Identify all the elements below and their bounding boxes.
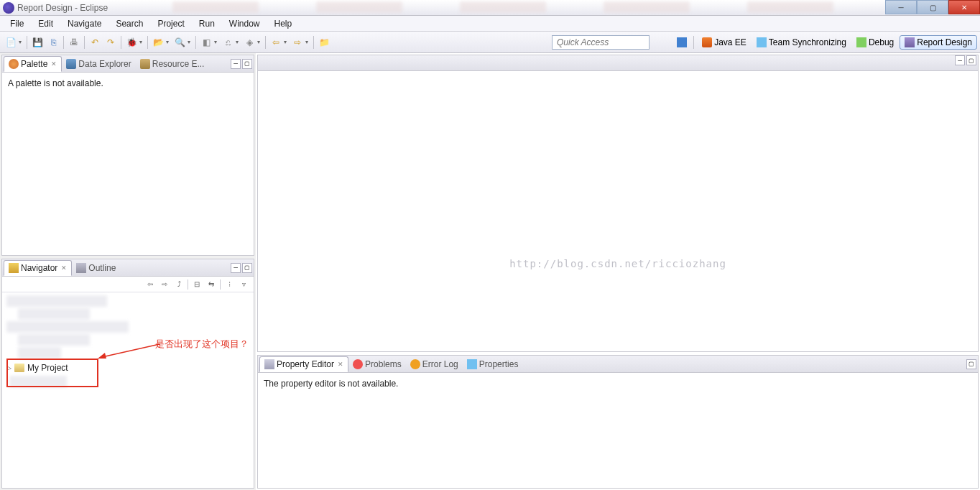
toolbar-separator: [147, 36, 148, 49]
dropdown-arrow-icon[interactable]: ▾: [236, 39, 241, 45]
dropdown-arrow-icon[interactable]: ▾: [257, 39, 263, 45]
menu-edit[interactable]: Edit: [31, 17, 60, 30]
maximize-view-button[interactable]: ▢: [966, 359, 976, 369]
editor-area: ─ ▢ http://blog.csdn.net/ricciozhang: [257, 55, 979, 352]
tab-data-explorer[interactable]: Data Explorer: [62, 57, 135, 71]
dropdown-arrow-icon[interactable]: ▾: [19, 39, 24, 45]
nav-back-button[interactable]: ⇦: [144, 279, 156, 290]
debug-button[interactable]: 🐞: [124, 35, 139, 50]
menu-navigate[interactable]: Navigate: [60, 17, 108, 30]
tab-label: Property Editor: [277, 359, 334, 369]
tab-palette[interactable]: Palette ✕: [4, 56, 62, 72]
open-button[interactable]: 📂: [151, 35, 165, 50]
navigator-view: Navigator ✕ Outline ─ ▢ ⇦ ⇨ ⤴ ⊟ ⇆: [1, 259, 254, 489]
window-title: Report Design - Eclipse: [17, 3, 108, 13]
blurred-item: [6, 321, 129, 333]
close-icon[interactable]: ✕: [51, 60, 57, 68]
menu-window[interactable]: Window: [222, 17, 267, 30]
palette-message: A palette is not available.: [8, 78, 103, 88]
folder-button[interactable]: 📁: [317, 35, 331, 50]
data-explorer-icon: [66, 59, 76, 69]
filter-button[interactable]: ⁝: [223, 279, 235, 290]
minimize-view-button[interactable]: ─: [231, 59, 241, 69]
taskbar-blur: [172, 1, 833, 13]
menu-help[interactable]: Help: [267, 17, 300, 30]
tab-outline[interactable]: Outline: [72, 261, 120, 275]
watermark-text: http://blog.csdn.net/ricciozhang: [509, 258, 726, 269]
open-perspective-icon: [677, 37, 687, 47]
perspective-team-sync[interactable]: Team Synchronizing: [752, 36, 851, 49]
tab-properties[interactable]: Properties: [463, 357, 523, 371]
window-minimize-button[interactable]: ─: [885, 0, 917, 14]
print-button[interactable]: 🖶: [67, 35, 81, 50]
redo-button[interactable]: ↷: [103, 35, 118, 50]
dropdown-arrow-icon[interactable]: ▾: [284, 39, 290, 45]
editor-tabbar: ─ ▢: [258, 55, 978, 71]
toolbar-separator: [693, 36, 694, 49]
window-maximize-button[interactable]: ▢: [917, 0, 948, 14]
new-button[interactable]: 📄: [4, 35, 18, 50]
open-perspective-button[interactable]: [675, 35, 689, 50]
maximize-view-button[interactable]: ▢: [242, 59, 252, 69]
link-editor-button[interactable]: ⇆: [205, 279, 217, 290]
dropdown-arrow-icon[interactable]: ▾: [139, 39, 145, 45]
navigator-toolbar: ⇦ ⇨ ⤴ ⊟ ⇆ ⁝ ▿: [2, 277, 254, 292]
undo-button[interactable]: ↶: [88, 35, 102, 50]
property-editor-icon: [264, 359, 274, 369]
save-button[interactable]: 💾: [30, 35, 45, 50]
perspective-label: Java EE: [714, 37, 746, 47]
project-my-project[interactable]: ▷ My Project: [4, 361, 252, 374]
view-menu-button[interactable]: ▿: [238, 279, 249, 290]
toolbar-separator: [84, 36, 85, 49]
nav-up-button[interactable]: ⤴: [173, 279, 185, 290]
perspective-java-ee[interactable]: Java EE: [698, 36, 751, 49]
task-button[interactable]: ◈: [242, 35, 256, 50]
dropdown-arrow-icon[interactable]: ▾: [188, 39, 193, 45]
filter-button[interactable]: ⎌: [221, 35, 235, 50]
property-editor-body: The property editor is not available.: [258, 373, 978, 488]
tab-resource-explorer[interactable]: Resource E...: [136, 57, 209, 71]
close-icon[interactable]: ✕: [338, 361, 343, 368]
minimize-view-button[interactable]: ─: [231, 263, 241, 273]
expand-icon[interactable]: ▷: [6, 364, 11, 371]
search-button[interactable]: 🔍: [172, 35, 187, 50]
team-sync-icon: [757, 37, 767, 47]
maximize-view-button[interactable]: ▢: [242, 263, 252, 273]
toolbar-separator: [195, 36, 196, 49]
palette-body: A palette is not available.: [2, 73, 254, 255]
resource-explorer-icon: [140, 59, 150, 69]
toggle-button[interactable]: ◧: [199, 35, 213, 50]
dropdown-arrow-icon[interactable]: ▾: [305, 39, 311, 45]
menu-run[interactable]: Run: [192, 17, 222, 30]
error-log-icon: [410, 359, 420, 369]
toolbar-separator: [121, 36, 121, 49]
project-label: My Project: [27, 363, 68, 373]
tab-property-editor[interactable]: Property Editor ✕: [259, 356, 348, 372]
collapse-all-button[interactable]: ⊟: [191, 279, 203, 290]
menu-project[interactable]: Project: [150, 17, 191, 30]
properties-icon: [467, 359, 477, 369]
minimize-view-button[interactable]: ─: [955, 55, 965, 65]
tab-label: Properties: [479, 359, 519, 369]
dropdown-arrow-icon[interactable]: ▾: [166, 39, 172, 45]
nav-forward-button[interactable]: ⇨: [159, 279, 170, 290]
back-button[interactable]: ⇦: [269, 35, 283, 50]
navigator-tree[interactable]: ▷ My Project: [2, 292, 254, 488]
tab-navigator[interactable]: Navigator ✕: [4, 260, 72, 276]
tab-error-log[interactable]: Error Log: [406, 357, 463, 371]
dropdown-arrow-icon[interactable]: ▾: [214, 39, 220, 45]
quick-access-input[interactable]: [552, 35, 650, 50]
close-icon[interactable]: ✕: [61, 264, 67, 272]
perspective-report-design[interactable]: Report Design: [900, 35, 977, 50]
main-toolbar: 📄▾ 💾 ⎘ 🖶 ↶ ↷ 🐞▾ 📂▾ 🔍▾ ◧▾ ⎌▾ ◈▾ ⇦▾ ⇨▾ 📁 J…: [0, 32, 980, 53]
menu-file[interactable]: File: [3, 17, 31, 30]
editor-body[interactable]: http://blog.csdn.net/ricciozhang: [258, 71, 978, 351]
view-tabbar: Property Editor ✕ Problems Error Log Pro…: [258, 356, 978, 373]
maximize-view-button[interactable]: ▢: [966, 55, 976, 65]
save-all-button[interactable]: ⎘: [46, 35, 60, 50]
tab-problems[interactable]: Problems: [348, 357, 406, 371]
perspective-debug[interactable]: Debug: [852, 36, 898, 49]
menu-search[interactable]: Search: [108, 17, 150, 30]
window-close-button[interactable]: ✕: [948, 0, 980, 14]
forward-button[interactable]: ⇨: [290, 35, 305, 50]
